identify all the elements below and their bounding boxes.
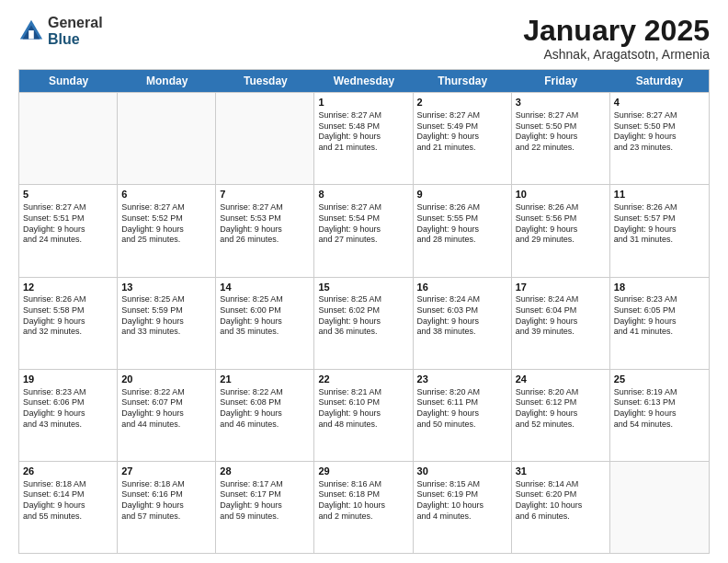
- info-line: Sunrise: 8:22 AM: [220, 387, 310, 398]
- info-line: Daylight: 9 hours: [318, 408, 408, 419]
- info-line: and 33 minutes.: [121, 327, 211, 338]
- page: General Blue January 2025 Ashnak, Aragat…: [0, 0, 728, 563]
- info-line: Sunrise: 8:27 AM: [318, 110, 408, 121]
- day-cell-30: 30Sunrise: 8:15 AMSunset: 6:19 PMDayligh…: [414, 462, 512, 553]
- info-line: Sunrise: 8:18 AM: [121, 479, 211, 490]
- info-line: Daylight: 9 hours: [23, 224, 113, 236]
- day-number: 22: [318, 373, 408, 386]
- info-line: Sunset: 6:17 PM: [220, 489, 310, 500]
- info-line: Sunrise: 8:27 AM: [614, 110, 705, 121]
- info-line: Sunrise: 8:16 AM: [318, 479, 408, 490]
- empty-cell-0-0: [19, 93, 118, 184]
- info-line: Sunrise: 8:27 AM: [417, 110, 507, 121]
- info-line: Sunset: 6:12 PM: [516, 397, 606, 408]
- info-line: and 46 minutes.: [220, 419, 310, 431]
- info-line: Sunrise: 8:25 AM: [220, 294, 310, 305]
- day-info: Sunrise: 8:23 AMSunset: 6:06 PMDaylight:…: [23, 387, 113, 431]
- day-info: Sunrise: 8:24 AMSunset: 6:03 PMDaylight:…: [417, 294, 507, 338]
- day-number: 14: [220, 281, 310, 294]
- day-number: 10: [516, 188, 606, 201]
- info-line: and 52 minutes.: [516, 419, 606, 431]
- info-line: Daylight: 9 hours: [417, 316, 507, 327]
- info-line: Sunrise: 8:22 AM: [121, 387, 211, 398]
- info-line: Sunrise: 8:26 AM: [516, 202, 606, 213]
- day-number: 31: [516, 465, 606, 478]
- day-info: Sunrise: 8:23 AMSunset: 6:05 PMDaylight:…: [614, 294, 705, 338]
- day-number: 18: [614, 281, 705, 294]
- day-info: Sunrise: 8:25 AMSunset: 6:02 PMDaylight:…: [318, 294, 408, 338]
- logo-blue: Blue: [48, 31, 103, 48]
- info-line: Sunrise: 8:27 AM: [23, 202, 113, 213]
- week-row-1: 5Sunrise: 8:27 AMSunset: 5:51 PMDaylight…: [19, 184, 709, 276]
- calendar-header: SundayMondayTuesdayWednesdayThursdayFrid…: [19, 70, 709, 92]
- day-cell-21: 21Sunrise: 8:22 AMSunset: 6:08 PMDayligh…: [216, 370, 314, 461]
- day-cell-7: 7Sunrise: 8:27 AMSunset: 5:53 PMDaylight…: [216, 185, 314, 276]
- info-line: Daylight: 9 hours: [121, 500, 211, 511]
- day-number: 7: [220, 188, 310, 201]
- info-line: and 43 minutes.: [23, 419, 113, 431]
- info-line: Sunrise: 8:26 AM: [417, 202, 507, 213]
- day-number: 17: [516, 281, 606, 294]
- info-line: Sunset: 5:50 PM: [614, 121, 705, 132]
- day-cell-20: 20Sunrise: 8:22 AMSunset: 6:07 PMDayligh…: [118, 370, 216, 461]
- day-number: 24: [516, 373, 606, 386]
- day-number: 16: [417, 281, 507, 294]
- info-line: Daylight: 9 hours: [318, 224, 408, 236]
- info-line: Sunrise: 8:23 AM: [23, 387, 113, 398]
- info-line: Sunrise: 8:27 AM: [121, 202, 211, 213]
- day-number: 30: [417, 465, 507, 478]
- info-line: Sunrise: 8:24 AM: [516, 294, 606, 305]
- info-line: and 48 minutes.: [318, 419, 408, 431]
- info-line: and 21 minutes.: [318, 143, 408, 154]
- day-cell-9: 9Sunrise: 8:26 AMSunset: 5:55 PMDaylight…: [414, 185, 512, 276]
- day-cell-28: 28Sunrise: 8:17 AMSunset: 6:17 PMDayligh…: [216, 462, 314, 553]
- day-info: Sunrise: 8:27 AMSunset: 5:48 PMDaylight:…: [318, 110, 408, 154]
- info-line: Sunset: 6:03 PM: [417, 305, 507, 316]
- info-line: Sunset: 5:56 PM: [516, 213, 606, 224]
- day-number: 9: [417, 188, 507, 201]
- info-line: and 54 minutes.: [614, 419, 705, 431]
- day-cell-10: 10Sunrise: 8:26 AMSunset: 5:56 PMDayligh…: [512, 185, 610, 276]
- day-number: 27: [121, 465, 211, 478]
- svg-rect-2: [28, 30, 34, 39]
- info-line: Sunset: 5:57 PM: [614, 213, 705, 224]
- day-info: Sunrise: 8:26 AMSunset: 5:58 PMDaylight:…: [23, 294, 113, 338]
- day-cell-19: 19Sunrise: 8:23 AMSunset: 6:06 PMDayligh…: [19, 370, 118, 461]
- logo-text: General Blue: [48, 15, 103, 47]
- info-line: and 44 minutes.: [121, 419, 211, 431]
- info-line: Sunset: 6:16 PM: [121, 489, 211, 500]
- info-line: and 4 minutes.: [417, 511, 507, 523]
- info-line: Daylight: 9 hours: [417, 224, 507, 236]
- day-info: Sunrise: 8:26 AMSunset: 5:57 PMDaylight:…: [614, 202, 705, 246]
- info-line: and 31 minutes.: [614, 235, 705, 246]
- day-number: 11: [614, 188, 705, 201]
- info-line: Sunrise: 8:21 AM: [318, 387, 408, 398]
- info-line: Daylight: 9 hours: [417, 408, 507, 419]
- info-line: Daylight: 9 hours: [516, 132, 606, 143]
- day-number: 28: [220, 465, 310, 478]
- info-line: and 38 minutes.: [417, 327, 507, 338]
- info-line: and 32 minutes.: [23, 327, 113, 338]
- info-line: and 29 minutes.: [516, 235, 606, 246]
- info-line: and 26 minutes.: [220, 235, 310, 246]
- day-info: Sunrise: 8:26 AMSunset: 5:56 PMDaylight:…: [516, 202, 606, 246]
- info-line: Sunset: 6:05 PM: [614, 305, 705, 316]
- day-number: 23: [417, 373, 507, 386]
- info-line: Sunrise: 8:25 AM: [121, 294, 211, 305]
- day-number: 20: [121, 373, 211, 386]
- info-line: Daylight: 9 hours: [614, 224, 705, 236]
- info-line: Sunset: 5:54 PM: [318, 213, 408, 224]
- info-line: Daylight: 9 hours: [516, 224, 606, 236]
- info-line: Sunset: 6:07 PM: [121, 397, 211, 408]
- info-line: Sunset: 6:11 PM: [417, 397, 507, 408]
- info-line: Daylight: 9 hours: [121, 224, 211, 236]
- day-cell-22: 22Sunrise: 8:21 AMSunset: 6:10 PMDayligh…: [314, 370, 413, 461]
- info-line: and 41 minutes.: [614, 327, 705, 338]
- empty-cell-0-2: [216, 93, 314, 184]
- info-line: Sunrise: 8:26 AM: [23, 294, 113, 305]
- day-info: Sunrise: 8:18 AMSunset: 6:14 PMDaylight:…: [23, 479, 113, 523]
- info-line: and 55 minutes.: [23, 511, 113, 523]
- day-header-saturday: Saturday: [610, 70, 709, 92]
- day-number: 2: [417, 96, 507, 109]
- day-info: Sunrise: 8:20 AMSunset: 6:12 PMDaylight:…: [516, 387, 606, 431]
